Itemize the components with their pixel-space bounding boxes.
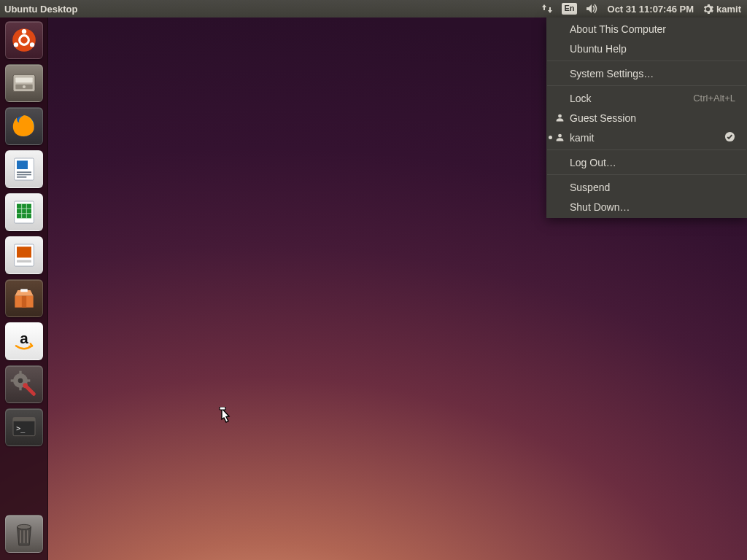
person-icon bbox=[554, 132, 565, 144]
svg-rect-12 bbox=[17, 171, 31, 173]
clock-indicator[interactable]: Oct 31 11:07:46 PM bbox=[603, 0, 699, 18]
person-icon bbox=[554, 112, 565, 124]
current-user-dot-icon bbox=[549, 136, 552, 139]
menu-item-system-settings[interactable]: System Settings… bbox=[546, 63, 747, 83]
gear-icon bbox=[703, 4, 713, 15]
svg-rect-21 bbox=[20, 289, 28, 292]
launcher-item-settings[interactable] bbox=[5, 365, 43, 403]
session-indicator[interactable]: kamit bbox=[698, 0, 747, 18]
svg-rect-20 bbox=[21, 296, 26, 308]
launcher-item-firefox[interactable] bbox=[5, 107, 43, 145]
svg-rect-18 bbox=[17, 246, 31, 257]
writer-icon bbox=[9, 155, 39, 184]
session-user-text: kamit bbox=[716, 4, 741, 15]
menu-item-lock[interactable]: Lock Ctrl+Alt+L bbox=[546, 88, 747, 108]
settings-gear-wrench-icon bbox=[9, 370, 39, 399]
svg-rect-13 bbox=[17, 174, 31, 176]
firefox-icon bbox=[9, 112, 39, 141]
svg-text:>_: >_ bbox=[16, 424, 26, 433]
trash-icon bbox=[10, 518, 38, 549]
network-indicator[interactable] bbox=[537, 0, 557, 18]
menu-separator bbox=[547, 61, 746, 61]
menu-item-label: Ubuntu Help bbox=[570, 43, 627, 55]
menu-item-label: Suspend bbox=[570, 182, 610, 193]
session-menu: About This Computer Ubuntu Help System S… bbox=[546, 18, 747, 218]
svg-rect-11 bbox=[17, 160, 28, 169]
svg-text:a: a bbox=[20, 330, 28, 346]
svg-rect-6 bbox=[15, 78, 32, 83]
clock-text: Oct 31 11:07:46 PM bbox=[608, 4, 694, 15]
file-manager-icon bbox=[9, 69, 39, 98]
menu-separator bbox=[547, 149, 746, 150]
svg-rect-25 bbox=[19, 371, 21, 375]
svg-rect-28 bbox=[26, 379, 30, 381]
svg-point-4 bbox=[29, 42, 34, 47]
menu-item-label: Shut Down… bbox=[570, 201, 630, 213]
launcher-item-writer[interactable] bbox=[5, 150, 43, 188]
menu-item-about[interactable]: About This Computer bbox=[546, 19, 747, 39]
menu-item-label: Log Out… bbox=[570, 157, 616, 168]
panel-title: Ubuntu Desktop bbox=[0, 4, 77, 15]
network-updown-icon bbox=[541, 3, 553, 15]
svg-rect-27 bbox=[10, 379, 14, 381]
svg-rect-19 bbox=[17, 260, 31, 262]
svg-rect-31 bbox=[13, 418, 35, 421]
svg-rect-16 bbox=[17, 203, 31, 218]
sound-indicator[interactable] bbox=[581, 0, 603, 18]
menu-item-label: System Settings… bbox=[570, 68, 654, 79]
menu-item-user[interactable]: kamit bbox=[546, 128, 747, 147]
svg-point-29 bbox=[23, 383, 28, 388]
menu-item-label: kamit bbox=[570, 132, 594, 144]
launcher-item-dash[interactable] bbox=[5, 21, 43, 59]
svg-point-3 bbox=[13, 42, 18, 47]
menu-item-help[interactable]: Ubuntu Help bbox=[546, 39, 747, 58]
keyboard-indicator[interactable]: En bbox=[557, 0, 581, 18]
svg-rect-14 bbox=[17, 176, 26, 178]
amazon-icon: a bbox=[10, 327, 38, 355]
launcher-item-impress[interactable] bbox=[5, 236, 43, 274]
launcher-item-terminal[interactable]: >_ bbox=[5, 408, 43, 446]
menu-item-label: About This Computer bbox=[570, 23, 666, 35]
keyboard-language-badge: En bbox=[562, 3, 576, 15]
menu-item-guest-session[interactable]: Guest Session bbox=[546, 108, 747, 128]
svg-point-8 bbox=[22, 85, 25, 88]
menu-item-logout[interactable]: Log Out… bbox=[546, 152, 747, 172]
launcher-item-calc[interactable] bbox=[5, 193, 43, 231]
menu-item-shutdown[interactable]: Shut Down… bbox=[546, 197, 747, 217]
menu-item-suspend[interactable]: Suspend bbox=[546, 177, 747, 197]
launcher: a >_ bbox=[0, 18, 48, 560]
calc-icon bbox=[9, 198, 39, 227]
menu-item-label: Lock bbox=[570, 93, 592, 104]
svg-rect-26 bbox=[19, 386, 21, 390]
top-panel: Ubuntu Desktop En Oct 31 11:07:46 PM kam… bbox=[0, 0, 747, 18]
software-center-icon bbox=[10, 284, 38, 312]
menu-separator bbox=[547, 85, 746, 86]
svg-point-33 bbox=[17, 524, 31, 529]
ubuntu-logo-icon bbox=[10, 26, 38, 54]
checked-icon bbox=[724, 131, 735, 144]
svg-point-2 bbox=[21, 29, 26, 34]
volume-icon bbox=[586, 3, 599, 15]
launcher-item-amazon[interactable]: a bbox=[5, 322, 43, 360]
terminal-icon: >_ bbox=[9, 413, 39, 442]
svg-point-24 bbox=[18, 378, 23, 384]
launcher-item-software[interactable] bbox=[5, 279, 43, 317]
menu-item-label: Guest Session bbox=[570, 112, 636, 124]
menu-separator bbox=[547, 174, 746, 175]
launcher-item-files[interactable] bbox=[5, 64, 43, 102]
impress-icon bbox=[9, 241, 39, 270]
menu-item-accelerator: Ctrl+Alt+L bbox=[693, 93, 735, 104]
launcher-item-trash[interactable] bbox=[5, 515, 43, 553]
